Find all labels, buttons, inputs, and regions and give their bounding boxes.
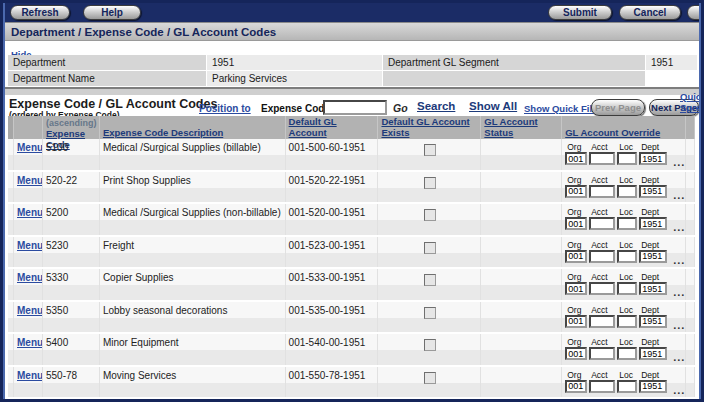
expense-description-cell: Freight: [100, 237, 286, 268]
override-ellipsis-button[interactable]: ...: [673, 305, 685, 331]
cancel-button[interactable]: Cancel: [619, 5, 681, 20]
go-button[interactable]: Go: [393, 102, 408, 114]
gl-account-status-cell: [481, 269, 562, 300]
header-gl-override: GL Account Override: [562, 116, 686, 139]
loc-input[interactable]: [617, 380, 637, 393]
default-gl-exists-checkbox[interactable]: [424, 209, 436, 221]
dept-input[interactable]: [639, 217, 667, 230]
dept-input[interactable]: [639, 380, 667, 393]
org-input[interactable]: [565, 347, 587, 360]
sort-order-note: (ascending): [46, 118, 97, 128]
default-gl-account-cell: 001-523-00-1951: [286, 237, 379, 268]
org-input[interactable]: [565, 250, 587, 263]
prev-page-button[interactable]: Prev Page: [591, 99, 645, 116]
submit-button[interactable]: Submit: [548, 5, 612, 20]
show-all-link[interactable]: Show All: [469, 100, 517, 112]
department-name-label: Department Name: [8, 71, 206, 86]
default-gl-account-cell: 001-500-60-1951: [286, 139, 379, 170]
default-gl-exists-checkbox[interactable]: [424, 177, 436, 189]
row-menu-link[interactable]: Menu: [17, 370, 43, 381]
dept-label: Dept: [639, 175, 667, 185]
loc-label: Loc: [617, 370, 637, 380]
org-input[interactable]: [565, 282, 587, 295]
dept-label: Dept: [639, 142, 667, 152]
row-menu-link[interactable]: Menu: [17, 240, 43, 251]
row-menu-link[interactable]: Menu: [17, 337, 43, 348]
acct-input[interactable]: [589, 380, 615, 393]
sort-gl-override-link[interactable]: GL Account Override: [565, 127, 660, 138]
table-row: Menu 5230 Freight 001-523-00-1951 Org Ac…: [8, 237, 695, 270]
save-button[interactable]: Save: [687, 5, 704, 20]
loc-input[interactable]: [617, 185, 637, 198]
dept-label: Dept: [639, 337, 667, 347]
header-gl-status: GL Account Status: [481, 116, 562, 139]
acct-input[interactable]: [589, 250, 615, 263]
row-menu-link[interactable]: Menu: [17, 175, 43, 186]
help-button[interactable]: Help: [83, 5, 141, 20]
org-input[interactable]: [565, 152, 587, 165]
org-input[interactable]: [565, 380, 587, 393]
loc-label: Loc: [617, 337, 637, 347]
default-gl-exists-checkbox[interactable]: [424, 372, 436, 384]
default-gl-exists-checkbox[interactable]: [424, 339, 436, 351]
row-trailing-spacer: [686, 237, 695, 268]
table-row: Menu 550-78 Moving Services 001-550-78-1…: [8, 367, 695, 400]
search-link[interactable]: Search: [417, 100, 455, 112]
row-menu-link[interactable]: Menu: [17, 305, 43, 316]
default-gl-account-cell: 001-533-00-1951: [286, 269, 379, 300]
position-to-link[interactable]: Position to: [199, 103, 251, 114]
override-ellipsis-button[interactable]: ...: [673, 337, 685, 363]
refresh-button[interactable]: Refresh: [10, 5, 70, 20]
acct-input[interactable]: [589, 152, 615, 165]
dept-input[interactable]: [639, 185, 667, 198]
expense-code-cell: 550-78: [43, 367, 100, 398]
dept-input[interactable]: [639, 315, 667, 328]
override-ellipsis-button[interactable]: ...: [673, 240, 685, 266]
override-ellipsis-button[interactable]: ...: [673, 207, 685, 233]
loc-input[interactable]: [617, 217, 637, 230]
expense-description-cell: Medical /Surgical Supplies (non-billable…: [100, 204, 286, 235]
org-input[interactable]: [565, 185, 587, 198]
loc-input[interactable]: [617, 282, 637, 295]
sort-description-link[interactable]: Expense Code Description: [103, 127, 223, 138]
row-menu-link[interactable]: Menu: [17, 142, 43, 153]
loc-input[interactable]: [617, 347, 637, 360]
acct-input[interactable]: [589, 282, 615, 295]
acct-input[interactable]: [589, 185, 615, 198]
override-ellipsis-button[interactable]: ...: [673, 175, 685, 201]
sort-gl-exists-link[interactable]: Default GL Account Exists: [381, 116, 478, 138]
default-gl-exists-checkbox[interactable]: [424, 307, 436, 319]
department-gl-segment-label: Department GL Segment: [383, 55, 645, 70]
row-menu-link[interactable]: Menu: [17, 207, 43, 218]
dept-input[interactable]: [639, 282, 667, 295]
expense-description-cell: Copier Supplies: [100, 269, 286, 300]
acct-input[interactable]: [589, 347, 615, 360]
expense-code-cell: 5330: [43, 269, 100, 300]
acct-input[interactable]: [589, 217, 615, 230]
org-input[interactable]: [565, 217, 587, 230]
gl-account-override-cell: Org Acct Loc Dept ...: [562, 302, 686, 333]
default-gl-exists-checkbox[interactable]: [424, 274, 436, 286]
table-row: Menu 5200 Medical /Surgical Supplies (no…: [8, 204, 695, 237]
position-to-input[interactable]: [323, 100, 387, 115]
default-gl-exists-checkbox[interactable]: [424, 242, 436, 254]
table-row: Menu 5100 Medical /Surgical Supplies (bi…: [8, 139, 695, 172]
row-menu-link[interactable]: Menu: [17, 272, 43, 283]
loc-input[interactable]: [617, 315, 637, 328]
dept-input[interactable]: [639, 152, 667, 165]
dept-input[interactable]: [639, 347, 667, 360]
dept-input[interactable]: [639, 250, 667, 263]
dept-label: Dept: [639, 207, 667, 217]
override-ellipsis-button[interactable]: ...: [673, 272, 685, 298]
override-ellipsis-button[interactable]: ...: [673, 142, 685, 168]
sort-gl-status-link[interactable]: GL Account Status: [484, 116, 559, 138]
acct-input[interactable]: [589, 315, 615, 328]
override-ellipsis-button[interactable]: ...: [673, 370, 685, 396]
default-gl-exists-checkbox[interactable]: [424, 144, 436, 156]
header-default-gl: Default GL Account: [286, 116, 379, 139]
loc-input[interactable]: [617, 152, 637, 165]
row-trailing-spacer: [686, 334, 695, 365]
org-input[interactable]: [565, 315, 587, 328]
loc-input[interactable]: [617, 250, 637, 263]
sort-default-gl-link[interactable]: Default GL Account: [289, 116, 376, 138]
